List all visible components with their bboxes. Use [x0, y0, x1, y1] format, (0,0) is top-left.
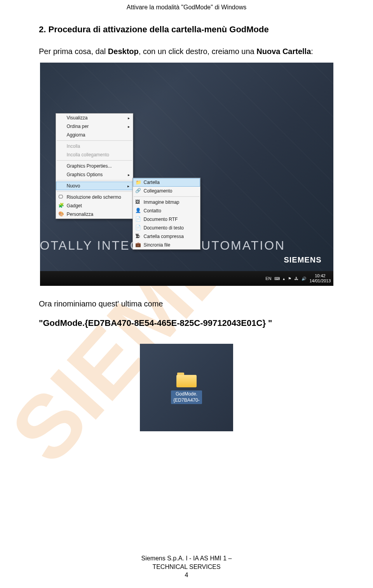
ctx-item-label: Aggiorna [67, 132, 85, 138]
ctx-graphics-options[interactable]: Graphics Options ▸ [56, 170, 133, 179]
screenshot-folder-renamed: GodMode. {ED7BA470- [140, 344, 233, 431]
ctx-item-label: Incolla collegamento [67, 152, 109, 158]
sub-rtf[interactable]: 📄 Documento RTF [133, 215, 200, 224]
ctx-item-label: Gadget [67, 203, 82, 208]
ctx-incolla: Incolla [56, 142, 133, 150]
sub-item-label: Cartella compressa [144, 234, 184, 239]
chevron-right-icon: ▸ [128, 124, 130, 129]
keyboard-icon[interactable]: ⌨ [274, 276, 280, 281]
rtf-icon: 📄 [135, 216, 141, 222]
ctx-incolla-collegamento: Incolla collegamento [56, 150, 133, 159]
zip-icon: 🗜 [135, 233, 141, 240]
ctx-gadget[interactable]: Gadget [56, 201, 133, 210]
sub-item-label: Contatto [144, 208, 161, 214]
sub-item-label: Immagine bitmap [144, 200, 180, 205]
sub-bitmap[interactable]: 🖼 Immagine bitmap [133, 198, 200, 206]
folder-icon [176, 371, 197, 387]
text-doc-icon: 📄 [135, 225, 141, 231]
monitor-icon [58, 194, 64, 200]
screenshot-desktop-contextmenu: OTALLY INTEGRATED AUTOMATION SIEMENS Vis… [40, 63, 333, 286]
nuovo-submenu[interactable]: 📁 Cartella 🔗 Collegamento 🖼 Immagine bit… [132, 178, 200, 250]
ctx-aggiorna[interactable]: Aggiorna [56, 131, 133, 139]
sub-collegamento[interactable]: 🔗 Collegamento [133, 187, 200, 195]
network-icon[interactable]: 🖧 [295, 276, 298, 281]
page-running-header: Attivare la modalità "GodMode" di Window… [39, 4, 334, 11]
page-footer: Siemens S.p.A. I - IA AS HMI 1 – TECHNIC… [0, 554, 373, 579]
sub-contatto[interactable]: 👤 Contatto [133, 206, 200, 215]
folder-icon: 📁 [136, 180, 142, 186]
ctx-item-label: Nuovo [67, 183, 80, 189]
sub-item-label: Collegamento [144, 188, 173, 194]
sub-compressa[interactable]: 🗜 Cartella compressa [133, 232, 200, 241]
ctx-risoluzione[interactable]: Risoluzione dello schermo [56, 193, 133, 201]
ctx-item-label: Personalizza [67, 212, 94, 217]
desktop-context-menu[interactable]: Visualizza ▸ Ordina per ▸ Aggiorna Incol… [56, 113, 133, 219]
ctx-ordina-per[interactable]: Ordina per ▸ [56, 122, 133, 131]
ctx-graphics-properties[interactable]: Graphics Properties... [56, 162, 133, 170]
contact-icon: 👤 [135, 208, 141, 214]
tray-language[interactable]: EN [265, 276, 271, 281]
flag-icon[interactable]: ⚑ [288, 276, 291, 281]
sub-cartella[interactable]: 📁 Cartella [133, 178, 200, 187]
ctx-item-label: Graphics Options [67, 172, 103, 177]
sub-item-label: Documento RTF [144, 217, 178, 222]
ctx-nuovo[interactable]: Nuovo ▸ [56, 182, 133, 190]
windows-taskbar[interactable]: EN ⌨ ▴ ⚑ 🖧 🔊 10:42 14/01/2013 [40, 271, 333, 286]
page-number: 4 [0, 571, 373, 579]
bitmap-icon: 🖼 [135, 199, 141, 205]
sub-item-label: Cartella [144, 180, 160, 185]
taskbar-clock[interactable]: 10:42 14/01/2013 [309, 273, 331, 283]
section-heading: 2. Procedura di attivazione della cartel… [39, 24, 334, 35]
clock-time: 10:42 [309, 273, 331, 278]
siemens-logo: SIEMENS [284, 256, 321, 264]
ctx-visualizza[interactable]: Visualizza ▸ [56, 114, 133, 122]
ctx-separator [57, 191, 132, 192]
tray-chevron-up-icon[interactable]: ▴ [283, 276, 285, 281]
ctx-item-label: Graphics Properties... [67, 163, 112, 169]
chevron-right-icon: ▸ [127, 184, 129, 188]
sub-item-label: Documento di testo [144, 225, 184, 231]
ctx-separator [57, 140, 132, 141]
chevron-right-icon: ▸ [128, 116, 130, 120]
ctx-item-label: Visualizza [67, 115, 88, 121]
volume-icon[interactable]: 🔊 [302, 276, 306, 281]
paragraph-1: Per prima cosa, dal Desktop, con un clic… [39, 46, 334, 57]
ctx-separator [57, 160, 132, 161]
sub-item-label: Sincronia file [144, 242, 171, 248]
sub-separator [134, 196, 199, 197]
personalize-icon [58, 211, 64, 217]
desktop-folder[interactable]: GodMode. {ED7BA470- [171, 371, 202, 404]
gadget-icon [58, 203, 64, 209]
briefcase-icon: 💼 [135, 242, 141, 248]
ctx-item-label: Incolla [67, 144, 80, 149]
ctx-item-label: Risoluzione dello schermo [67, 194, 121, 200]
folder-label-editing[interactable]: GodMode. {ED7BA470- [171, 390, 202, 404]
ctx-separator [57, 180, 132, 180]
ctx-personalizza[interactable]: Personalizza [56, 210, 133, 219]
shortcut-icon: 🔗 [135, 188, 141, 194]
sub-testo[interactable]: 📄 Documento di testo [133, 224, 200, 232]
godmode-string: "GodMode.{ED7BA470-8E54-465E-825C-997120… [39, 318, 334, 328]
paragraph-2: Ora rinominiamo quest' ultima come [39, 299, 334, 308]
sub-sincronia[interactable]: 💼 Sincronia file [133, 241, 200, 249]
clock-date: 14/01/2013 [309, 278, 331, 284]
ctx-item-label: Ordina per [67, 124, 89, 129]
system-tray[interactable]: EN ⌨ ▴ ⚑ 🖧 🔊 10:42 14/01/2013 [265, 273, 333, 283]
chevron-right-icon: ▸ [128, 173, 130, 177]
